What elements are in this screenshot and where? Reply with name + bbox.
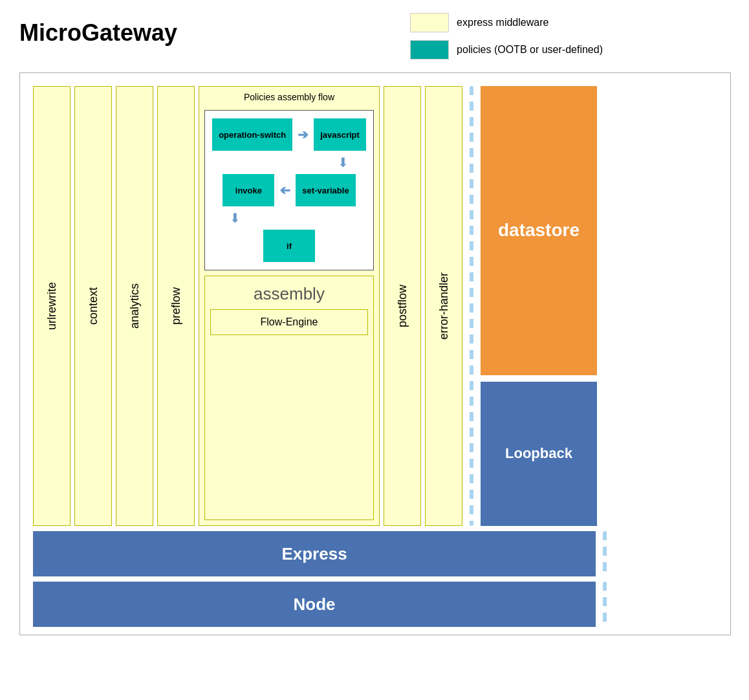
assembly-label-area: assembly Flow-Engine xyxy=(204,276,374,520)
page-title: MicroGateway xyxy=(19,19,177,47)
assembly-label: assembly xyxy=(210,284,368,304)
arrow-right-1: ➔ xyxy=(298,127,309,142)
express-dashed xyxy=(603,531,607,576)
loopback-box: Loopback xyxy=(481,382,597,526)
diagram-container: urlrewrite context analytics preflow Pol… xyxy=(19,72,731,635)
legend-item-yellow: express middleware xyxy=(410,13,603,32)
express-bar: Express xyxy=(33,531,596,576)
middleware-analytics: analytics xyxy=(116,86,153,526)
middleware-urlrewrite: urlrewrite xyxy=(33,86,71,526)
arrow-down-1: ⬇ xyxy=(338,156,349,169)
legend-box-teal xyxy=(410,40,449,60)
node-bar: Node xyxy=(33,582,596,627)
middleware-preflow: preflow xyxy=(157,86,195,526)
flow-row-3: if xyxy=(263,230,315,262)
header: MicroGateway express middleware policies… xyxy=(19,13,730,60)
policy-invoke: invoke xyxy=(223,174,274,206)
legend-box-yellow xyxy=(410,13,449,32)
legend: express middleware policies (OOTB or use… xyxy=(410,13,603,60)
dashed-separator xyxy=(466,86,477,526)
right-column: datastore Loopback xyxy=(481,86,597,526)
flow-row-2: invoke ➔ set-variable xyxy=(223,174,355,206)
policy-javascript: javascript xyxy=(314,118,366,151)
flow-engine-box: Flow-Engine xyxy=(210,309,368,335)
middleware-context: context xyxy=(74,86,112,526)
policies-flow-label: Policies assembly flow xyxy=(204,92,374,102)
legend-item-teal: policies (OOTB or user-defined) xyxy=(410,40,603,60)
legend-label-teal: policies (OOTB or user-defined) xyxy=(457,44,603,56)
page: MicroGateway express middleware policies… xyxy=(0,0,749,648)
legend-label-yellow: express middleware xyxy=(457,17,548,28)
arrow-down-2: ⬇ xyxy=(230,212,241,224)
postflow-bar: postflow xyxy=(384,86,421,526)
dashed-line xyxy=(470,86,473,526)
policy-operation-switch: operation-switch xyxy=(212,118,292,151)
error-handler-bar: error-handler xyxy=(425,86,462,526)
datastore-box: datastore xyxy=(481,86,597,375)
policies-flow-box: operation-switch ➔ javascript ⬇ xyxy=(204,110,374,270)
policy-if: if xyxy=(263,230,315,262)
node-dashed xyxy=(603,582,607,627)
flow-row-1: operation-switch ➔ javascript xyxy=(212,118,366,151)
policy-set-variable: set-variable xyxy=(296,174,355,206)
assembly-area: Policies assembly flow operation-switch … xyxy=(199,86,380,526)
arrow-left-1: ➔ xyxy=(279,182,290,198)
